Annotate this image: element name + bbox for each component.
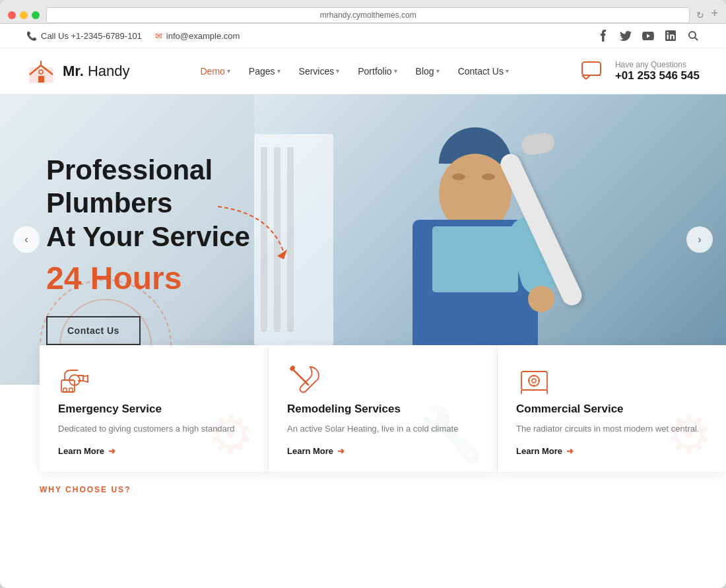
svg-line-11: [292, 369, 308, 385]
svg-line-1: [695, 38, 698, 40]
nav-pages[interactable]: Pages ▾: [242, 48, 287, 94]
address-bar[interactable]: mrhandy.cymolthemes.com: [46, 7, 690, 23]
phone-label: Call Us +1-2345-6789-101: [41, 31, 142, 41]
carousel-next-button[interactable]: ›: [686, 226, 713, 253]
search-button[interactable]: [686, 29, 700, 42]
navbar: Mr. Handy Demo ▾ Pages ▾ Services ▾ Port…: [0, 48, 726, 94]
svg-point-15: [532, 379, 536, 383]
email-contact[interactable]: ✉ info@example.com: [155, 31, 240, 41]
why-choose-label: WHY CHOOSE US?: [40, 485, 686, 494]
linkedin-icon[interactable]: [664, 29, 677, 42]
reload-icon[interactable]: ↻: [696, 10, 704, 20]
learn-more-arrow-1: ➜: [108, 446, 116, 456]
hero-hours: 24 Hours: [46, 260, 323, 296]
nav-pages-arrow: ▾: [277, 67, 280, 75]
svg-rect-3: [38, 76, 44, 82]
nav-portfolio-arrow: ▾: [394, 67, 397, 75]
email-label: info@example.com: [166, 31, 240, 41]
service-card-emergency: Emergency Service Dedicated to giving cu…: [40, 345, 269, 472]
browser-chrome: mrhandy.cymolthemes.com ↻ +: [0, 0, 726, 24]
svg-rect-13: [521, 372, 547, 390]
nav-demo-arrow: ▾: [227, 67, 230, 75]
top-bar-right: [597, 29, 700, 42]
hero-section: Professional Plumbers At Your Service 24…: [0, 94, 726, 385]
commercial-bg-icon: ⚙: [665, 404, 713, 465]
svg-rect-9: [63, 388, 67, 392]
dot-yellow[interactable]: [20, 11, 28, 19]
logo-icon: [26, 56, 56, 86]
nav-services[interactable]: Services ▾: [292, 48, 346, 94]
phone-contact[interactable]: 📞 Call Us +1-2345-6789-101: [26, 31, 142, 41]
emergency-bg-icon: ⚙: [207, 404, 255, 465]
service-cards: Emergency Service Dedicated to giving cu…: [40, 345, 726, 472]
nav-blog[interactable]: Blog ▾: [409, 48, 446, 94]
phone-number: +01 253 546 545: [615, 69, 700, 82]
svg-point-14: [529, 376, 539, 386]
contact-us-button[interactable]: Contact Us: [46, 316, 141, 345]
new-tab-button[interactable]: +: [711, 7, 718, 23]
service-card-commercial: Commercial Service The radiator circuits…: [498, 345, 726, 472]
chat-icon: [579, 58, 606, 84]
youtube-icon[interactable]: [642, 29, 655, 42]
nav-contact-info: Have any Questions +01 253 546 545: [615, 60, 700, 82]
facebook-icon[interactable]: [597, 29, 610, 42]
service-card-remodeling: Remodeling Services An active Solar Heat…: [269, 345, 498, 472]
remodeling-bg-icon: 🔧: [418, 403, 484, 465]
logo-name: Mr. Handy: [63, 63, 130, 80]
nav-demo[interactable]: Demo ▾: [194, 48, 237, 94]
learn-more-arrow-2: ➜: [337, 446, 345, 456]
emergency-service-icon: [58, 364, 94, 400]
nav-portfolio[interactable]: Portfolio ▾: [351, 48, 403, 94]
learn-more-arrow-3: ➜: [566, 446, 574, 456]
nav-blog-arrow: ▾: [436, 67, 440, 75]
nav-contact-arrow: ▾: [506, 67, 509, 75]
top-bar-left: 📞 Call Us +1-2345-6789-101 ✉ info@exampl…: [26, 31, 240, 41]
email-icon: ✉: [155, 31, 162, 41]
hero-title: Professional Plumbers At Your Service: [46, 154, 323, 253]
nav-contact[interactable]: Contact Us ▾: [451, 48, 515, 94]
nav-right: Have any Questions +01 253 546 545: [579, 58, 700, 84]
browser-window: mrhandy.cymolthemes.com ↻ + 📞 Call Us +1…: [0, 0, 726, 588]
hero-image: [254, 94, 726, 385]
remodeling-service-icon: [287, 364, 323, 400]
carousel-prev-button[interactable]: ‹: [13, 226, 40, 253]
why-choose-section: WHY CHOOSE US?: [0, 472, 726, 501]
browser-dots: [8, 11, 40, 19]
dot-red[interactable]: [8, 11, 16, 19]
dot-green[interactable]: [32, 11, 40, 19]
svg-point-0: [689, 32, 696, 38]
commercial-service-icon: [516, 364, 552, 400]
svg-rect-10: [69, 388, 73, 392]
top-bar: 📞 Call Us +1-2345-6789-101 ✉ info@exampl…: [0, 24, 726, 48]
phone-icon: 📞: [26, 31, 37, 41]
have-questions-label: Have any Questions: [615, 60, 700, 69]
nav-services-arrow: ▾: [336, 67, 339, 75]
twitter-icon[interactable]: [619, 29, 632, 42]
logo[interactable]: Mr. Handy: [26, 56, 130, 86]
svg-rect-5: [582, 62, 601, 75]
hero-content: Professional Plumbers At Your Service 24…: [46, 154, 323, 345]
nav-menu: Demo ▾ Pages ▾ Services ▾ Portfolio ▾ Bl…: [194, 48, 515, 94]
